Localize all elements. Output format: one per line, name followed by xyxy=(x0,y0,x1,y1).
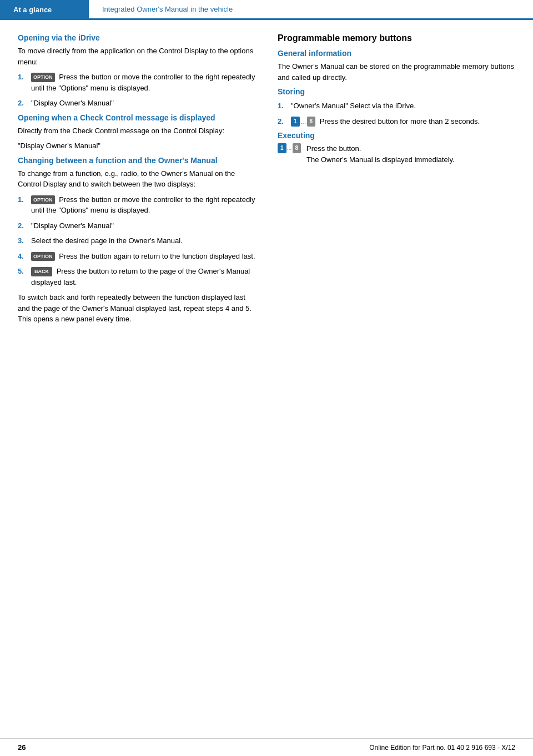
mem-btn-1: 1 xyxy=(291,117,300,127)
step-number: 1. xyxy=(18,194,29,205)
mem-dots-exec: … xyxy=(287,145,292,151)
step-number: 1. xyxy=(278,100,289,112)
list-item: 2. "Display Owner's Manual" xyxy=(18,220,255,231)
main-content: Opening via the iDrive To move directly … xyxy=(0,20,533,342)
step-content: OPTION Press the button or move the cont… xyxy=(31,194,255,216)
section-title-large: Programmable memory buttons xyxy=(278,33,515,43)
executing-icons: 1 … 8 xyxy=(278,143,302,153)
subsection-title-executing: Executing xyxy=(278,131,515,140)
page-number: 26 xyxy=(18,743,26,752)
subsection-executing: Executing 1 … 8 Press the button. ​ The … xyxy=(278,131,515,169)
section-1-body: To move directly from the application on… xyxy=(18,46,255,67)
page-footer: 26 Online Edition for Part no. 01 40 2 9… xyxy=(0,738,533,756)
section-title-2: Opening when a Check Control message is … xyxy=(18,113,255,122)
mem-btn-8: 8 xyxy=(307,117,316,127)
step-number: 4. xyxy=(18,251,29,262)
list-item: 1. "Owner's Manual" Select via the iDriv… xyxy=(278,100,515,112)
list-item: 4. OPTION Press the button again to retu… xyxy=(18,251,255,262)
subsection-title-general: General information xyxy=(278,49,515,58)
step-number: 3. xyxy=(18,235,29,246)
mem-btn-exec-8: 8 xyxy=(293,143,301,153)
option-button-icon: OPTION xyxy=(31,252,55,261)
list-item: 1. OPTION Press the button or move the c… xyxy=(18,72,255,93)
step-number: 5. xyxy=(18,266,29,277)
section-2-body2: "Display Owner's Manual" xyxy=(18,140,255,152)
section-title-3: Changing between a function and the Owne… xyxy=(18,156,255,165)
section-3-steps: 1. OPTION Press the button or move the c… xyxy=(18,194,255,288)
step-content: OPTION Press the button again to return … xyxy=(31,251,255,262)
executing-content: 1 … 8 Press the button. ​ The Owner's Ma… xyxy=(278,143,515,169)
header-left-label: At a glance xyxy=(13,6,52,14)
header-tab-right: Integrated Owner's Manual in the vehicle xyxy=(89,0,533,19)
list-item: 3. Select the desired page in the Owner'… xyxy=(18,235,255,246)
step-number: 1. xyxy=(18,72,29,83)
step-content: 1 … 8 Press the desired button for more … xyxy=(291,116,515,127)
step-number: 2. xyxy=(18,98,29,109)
section-2-body: Directly from the Check Control message … xyxy=(18,125,255,137)
exec-line2: ​ The Owner's Manual is displayed immedi… xyxy=(306,154,455,165)
step-text: Press the button or move the controller … xyxy=(31,73,255,92)
section-opening-idrive: Opening via the iDrive To move directly … xyxy=(18,33,255,109)
step-content: OPTION Press the button or move the cont… xyxy=(31,72,255,93)
subsection-storing: Storing 1. "Owner's Manual" Select via t… xyxy=(278,87,515,127)
step-content: BACK Press the button to return to the p… xyxy=(31,266,255,288)
exec-line1: Press the button. xyxy=(306,143,455,154)
option-button-icon: OPTION xyxy=(31,195,55,205)
step-text: Select the desired page in the Owner's M… xyxy=(31,235,255,246)
exec-line2-text: The Owner's Manual is displayed immediat… xyxy=(306,155,455,164)
left-column: Opening via the iDrive To move directly … xyxy=(18,33,255,329)
list-item: 2. "Display Owner's Manual" xyxy=(18,98,255,109)
section-1-steps: 1. OPTION Press the button or move the c… xyxy=(18,72,255,109)
section-changing-function: Changing between a function and the Owne… xyxy=(18,156,255,325)
list-item: 2. 1 … 8 Press the desired button for mo… xyxy=(278,116,515,127)
option-button-icon: OPTION xyxy=(31,73,55,82)
mem-dots: … xyxy=(300,117,306,127)
section-programmable-memory: Programmable memory buttons General info… xyxy=(278,33,515,169)
subsection-title-storing: Storing xyxy=(278,87,515,96)
mem-btn-exec-1: 1 xyxy=(278,143,286,153)
step-text: "Display Owner's Manual" xyxy=(31,98,255,109)
step-text: Press the button to return to the page o… xyxy=(31,267,250,286)
step-text: Press the button again to return to the … xyxy=(59,252,255,260)
list-item: 1. OPTION Press the button or move the c… xyxy=(18,194,255,216)
section-3-footer: To switch back and forth repeatedly betw… xyxy=(18,292,255,325)
back-button-icon: BACK xyxy=(31,267,52,276)
step-text: Press the button or move the controller … xyxy=(31,195,255,215)
subsection-general-body: The Owner's Manual can be stored on the … xyxy=(278,61,515,83)
right-column: Programmable memory buttons General info… xyxy=(278,33,515,329)
section-check-control: Opening when a Check Control message is … xyxy=(18,113,255,152)
page-header: At a glance Integrated Owner's Manual in… xyxy=(0,0,533,20)
section-3-body: To change from a function, e.g., radio, … xyxy=(18,168,255,190)
step-number: 2. xyxy=(278,116,289,127)
header-right-label: Integrated Owner's Manual in the vehicle xyxy=(102,5,233,13)
list-item: 5. BACK Press the button to return to th… xyxy=(18,266,255,288)
subsection-general-info: General information The Owner's Manual c… xyxy=(278,49,515,83)
footer-text: Online Edition for Part no. 01 40 2 916 … xyxy=(369,744,515,752)
memory-store-icon: 1 … 8 xyxy=(291,117,315,127)
header-tab-left: At a glance xyxy=(0,0,89,19)
step-number: 2. xyxy=(18,220,29,231)
step-text: "Owner's Manual" Select via the iDrive. xyxy=(291,100,515,112)
step-text: Press the desired button for more than 2… xyxy=(320,117,480,125)
executing-text: Press the button. ​ The Owner's Manual i… xyxy=(306,143,455,169)
storing-steps: 1. "Owner's Manual" Select via the iDriv… xyxy=(278,100,515,127)
step-text: "Display Owner's Manual" xyxy=(31,220,255,231)
section-title-1: Opening via the iDrive xyxy=(18,33,255,42)
